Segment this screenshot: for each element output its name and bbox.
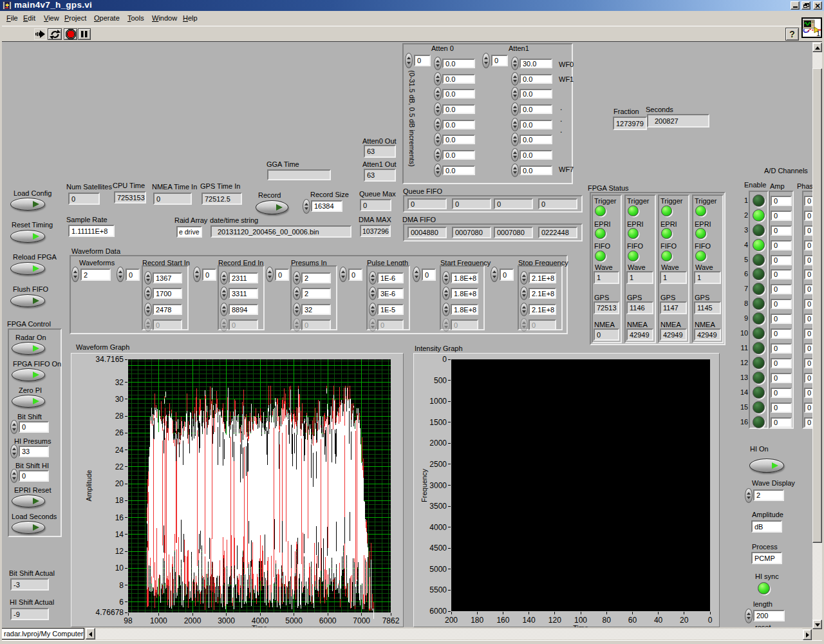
svg-text:8: 8	[119, 581, 124, 590]
svg-text:0: 0	[708, 616, 713, 625]
svg-text:200: 200	[445, 616, 458, 625]
svg-text:3000: 3000	[429, 481, 447, 490]
svg-text:2000: 2000	[184, 616, 201, 625]
svg-text:7862: 7862	[382, 616, 400, 625]
svg-text:3000: 3000	[218, 616, 235, 625]
svg-text:20: 20	[115, 479, 124, 488]
svg-text:32: 32	[115, 378, 124, 387]
svg-text:180: 180	[471, 616, 483, 625]
svg-text:30: 30	[115, 395, 124, 404]
svg-text:5000: 5000	[429, 565, 447, 574]
svg-text:6000: 6000	[429, 607, 447, 616]
svg-text:160: 160	[496, 616, 509, 625]
svg-text:40: 40	[654, 616, 663, 625]
svg-text:22: 22	[115, 462, 124, 471]
svg-text:10: 10	[115, 564, 124, 573]
svg-text:12: 12	[115, 547, 124, 556]
svg-text:26: 26	[115, 428, 124, 437]
svg-text:4500: 4500	[429, 544, 447, 553]
svg-text:34.7165: 34.7165	[96, 355, 124, 364]
svg-text:20: 20	[680, 616, 689, 625]
svg-text:4000: 4000	[429, 523, 447, 532]
svg-text:100: 100	[574, 616, 587, 625]
svg-text:120: 120	[548, 616, 561, 625]
svg-text:2000: 2000	[429, 439, 447, 448]
svg-text:5000: 5000	[285, 616, 303, 625]
svg-text:80: 80	[603, 616, 612, 625]
svg-text:5500: 5500	[429, 585, 447, 594]
svg-text:1000: 1000	[429, 397, 447, 406]
svg-text:16: 16	[115, 513, 124, 522]
svg-text:1: 1	[816, 30, 820, 37]
svg-text:98: 98	[124, 616, 133, 625]
svg-text:2500: 2500	[429, 460, 447, 469]
svg-text:60: 60	[628, 616, 637, 625]
svg-text:6000: 6000	[319, 616, 337, 625]
svg-text:Amplitude: Amplitude	[85, 470, 93, 502]
svg-text:24: 24	[115, 446, 124, 455]
svg-text:3500: 3500	[429, 502, 447, 511]
svg-text:28: 28	[115, 412, 124, 421]
svg-text:500: 500	[434, 376, 447, 385]
svg-text:Frequency: Frequency	[420, 469, 428, 502]
svg-text:1000: 1000	[150, 616, 167, 625]
svg-text:140: 140	[523, 616, 536, 625]
svg-text:7000: 7000	[353, 616, 370, 625]
svg-text:18: 18	[115, 496, 124, 505]
svg-text:4.76678: 4.76678	[96, 608, 124, 617]
svg-text:0: 0	[442, 355, 447, 364]
svg-text:1500: 1500	[429, 418, 447, 427]
svg-text:6: 6	[119, 598, 124, 607]
svg-text:14: 14	[115, 530, 124, 539]
